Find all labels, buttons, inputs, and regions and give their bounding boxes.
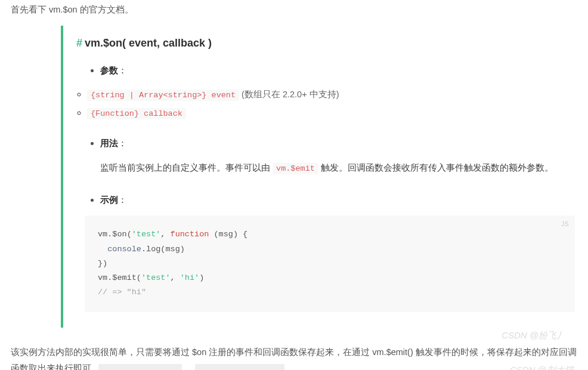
- param-code: {Function} callback: [87, 108, 186, 119]
- footer-area: 该实例方法内部的实现很简单，只需要将通过 $on 注册的事件和回调函数保存起来，…: [11, 344, 577, 370]
- code-line: console.log(msg): [98, 242, 562, 257]
- colon: ：: [118, 138, 127, 148]
- params-item: 参数： {string | Array<string>} event (数组只在…: [100, 63, 559, 121]
- params-list: {string | Array<string>} event (数组只在 2.2…: [87, 87, 559, 121]
- usage-code: vm.$emit: [273, 163, 318, 174]
- censor-block: [195, 364, 284, 370]
- code-line: vm.$emit('test', 'hi'): [98, 271, 562, 285]
- heading-title: vm.$on( event, callback ): [85, 37, 212, 49]
- code-line: vm.$on('test', function (msg) {: [98, 227, 562, 242]
- doc-heading: #vm.$on( event, callback ): [76, 34, 559, 53]
- colon: ：: [118, 65, 127, 75]
- code-line: // => "hi": [98, 285, 562, 300]
- usage-text: 监听当前实例上的自定义事件。事件可以由 vm.$emit 触发。回调函数会接收所…: [100, 160, 559, 177]
- usage-item: 用法： 监听当前实例上的自定义事件。事件可以由 vm.$emit 触发。回调函数…: [100, 135, 559, 177]
- example-label: 示例: [100, 195, 118, 205]
- params-label: 参数: [100, 65, 118, 75]
- censor-block: [98, 364, 182, 370]
- intro-text: 首先看下 vm.$on 的官方文档。: [11, 2, 577, 17]
- usage-label: 用法: [100, 138, 118, 148]
- watermark-top: CSDN @纷飞丿: [502, 328, 565, 343]
- example-item: 示例： JS vm.$on('test', function (msg) { c…: [100, 192, 559, 312]
- code-content: vm.$on('test', function (msg) { console.…: [98, 227, 562, 300]
- param-code: {string | Array<string>} event: [87, 90, 239, 101]
- param-note: (数组只在 2.2.0+ 中支持): [239, 90, 339, 99]
- usage-after: 触发。回调函数会接收所有传入事件触发函数的额外参数。: [318, 163, 553, 172]
- doc-section: #vm.$on( event, callback ) 参数： {string |…: [61, 26, 572, 328]
- param-entry: {Function} callback: [87, 105, 559, 121]
- footer-text: 该实例方法内部的实现很简单，只需要将通过 $on 注册的事件和回调函数保存起来，…: [11, 347, 577, 370]
- usage-before: 监听当前实例上的自定义事件。事件可以由: [100, 163, 273, 172]
- code-line: }): [98, 257, 562, 271]
- code-block: JS vm.$on('test', function (msg) { conso…: [85, 215, 575, 312]
- hash-link[interactable]: #: [76, 37, 82, 49]
- watermark-bottom: CSDN @刘大猫.: [510, 362, 576, 370]
- colon: ：: [118, 195, 127, 205]
- lang-tag: JS: [561, 219, 569, 230]
- main-list: 参数： {string | Array<string>} event (数组只在…: [76, 63, 559, 312]
- param-entry: {string | Array<string>} event (数组只在 2.2…: [87, 87, 559, 103]
